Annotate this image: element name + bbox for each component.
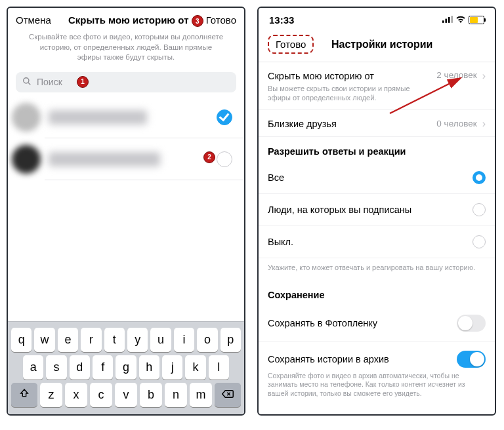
radio-selected-icon[interactable] [472,171,486,184]
chevron-right-icon: › [482,70,486,82]
key-a[interactable]: a [23,355,43,380]
key-z[interactable]: z [40,383,62,407]
row-value: 0 человек [436,119,476,128]
radio-icon[interactable] [472,203,486,216]
key-p[interactable]: p [220,328,241,352]
annotation-badge-2: 2 [203,151,215,163]
key-f[interactable]: f [93,355,113,380]
key-q[interactable]: q [11,328,32,352]
username-blurred [49,110,147,125]
done-button[interactable]: Готово 3 [206,14,236,26]
save-archive-row[interactable]: Сохранять истории в архив [259,342,495,372]
section-title-saving: Сохранение [259,281,495,305]
archive-subtitle: Сохраняйте фото и видео в архив автомати… [259,372,495,405]
key-x[interactable]: x [65,383,87,407]
option-label: Все [268,172,284,183]
option-label: Люди, на которых вы подписаны [268,205,411,215]
list-item[interactable]: 2 [8,138,244,180]
option-all[interactable]: Все [259,162,495,194]
key-t[interactable]: t [104,328,125,352]
row-label: Скрыть мою историю от [268,71,374,81]
key-k[interactable]: k [185,355,205,380]
navbar: Готово Настройки истории [259,28,495,62]
battery-icon [469,16,484,24]
key-r[interactable]: r [81,328,101,352]
username-blurred [49,152,160,166]
section-title-replies: Разрешить ответы и реакции [259,137,495,162]
key-s[interactable]: s [46,355,66,380]
save-camera-roll-row[interactable]: Сохранять в Фотопленку [259,305,495,342]
svg-rect-6 [448,17,450,23]
key-i[interactable]: i [174,328,194,352]
user-list: 2 [8,96,244,180]
page-title: Настройки истории [278,39,486,50]
checkbox-selected-icon[interactable] [217,109,232,125]
option-off[interactable]: Выкл. [259,226,495,258]
screenshot-hide-story: Отмена Скрыть мою историю от Готово 3 Ск… [7,7,245,416]
avatar [12,103,41,132]
toggle-on[interactable] [457,351,486,368]
replies-note: Укажите, кто может отвечать и реагироват… [259,258,495,281]
row-subtitle: Вы можете скрыть свои истории и прямые э… [268,84,425,103]
row-label: Близкие друзья [268,119,337,129]
key-h[interactable]: h [139,355,159,380]
signal-icon [442,15,453,25]
wifi-icon [455,15,466,25]
toggle-off[interactable] [457,315,486,332]
shift-key[interactable] [11,383,37,407]
keyboard: qwertyuiop asdfghjkl zxcvbnm [8,321,244,414]
key-y[interactable]: y [127,328,148,352]
backspace-key[interactable] [215,383,241,407]
key-j[interactable]: j [162,355,182,380]
avatar [12,145,41,174]
key-o[interactable]: o [197,328,217,352]
key-n[interactable]: n [165,383,187,407]
row-label: Сохранять истории в архив [268,354,389,364]
option-following[interactable]: Люди, на которых вы подписаны [259,194,495,226]
list-item[interactable] [8,96,244,138]
annotation-badge-1: 1 [77,76,89,88]
svg-rect-7 [451,16,453,23]
svg-line-1 [28,83,30,85]
search-icon [22,77,32,88]
svg-point-0 [24,77,29,83]
svg-rect-4 [442,20,444,23]
key-v[interactable]: v [115,383,137,407]
key-d[interactable]: d [70,355,90,380]
key-e[interactable]: e [58,328,78,352]
key-m[interactable]: m [190,383,212,407]
screenshot-story-settings: 13:33 Готово Настройки истории Скрыть мо… [257,7,496,416]
chevron-right-icon: › [482,118,486,130]
key-w[interactable]: w [34,328,54,352]
checkbox-empty-icon[interactable] [217,151,232,167]
status-time: 13:33 [269,14,294,26]
status-bar: 13:33 [259,8,495,28]
key-u[interactable]: u [150,328,171,352]
row-value: 2 человек [436,70,476,80]
key-b[interactable]: b [140,383,162,407]
cancel-button[interactable]: Отмена [16,14,51,26]
option-label: Выкл. [268,237,293,247]
annotation-badge-3: 3 [192,15,203,27]
key-g[interactable]: g [116,355,136,380]
svg-rect-5 [445,19,447,23]
description-text: Скрывайте все фото и видео, которыми вы … [8,29,244,72]
search-placeholder: Поиск [37,77,62,87]
key-l[interactable]: l [209,355,229,380]
row-label: Сохранять в Фотопленку [268,318,377,328]
hide-story-row[interactable]: Скрыть мою историю от Вы можете скрыть с… [259,62,495,110]
navbar: Отмена Скрыть мою историю от Готово 3 [8,8,244,29]
key-c[interactable]: c [90,383,112,407]
radio-icon[interactable] [472,235,486,248]
search-input[interactable]: Поиск 1 [16,72,236,92]
page-title: Скрыть мою историю от [51,14,206,26]
done-label: Готово [206,14,236,26]
close-friends-row[interactable]: Близкие друзья 0 человек › [259,110,495,137]
